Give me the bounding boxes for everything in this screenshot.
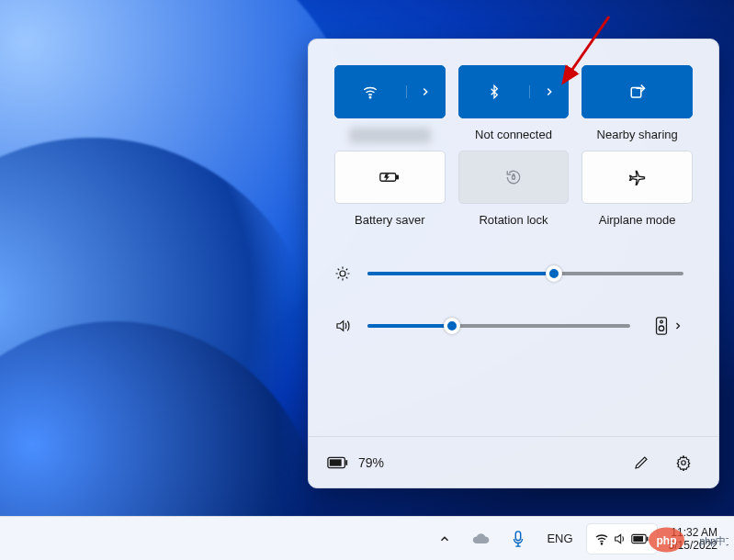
svg-point-7: [661, 320, 663, 323]
language-indicator[interactable]: ENG: [539, 532, 580, 545]
bluetooth-expand[interactable]: [529, 85, 568, 98]
svg-rect-1: [631, 88, 641, 98]
svg-rect-11: [345, 460, 347, 465]
airplane-mode-label: Airplane mode: [599, 213, 676, 227]
svg-point-12: [682, 460, 686, 465]
wifi-label: Available: [349, 128, 431, 143]
edit-button[interactable]: [625, 446, 658, 479]
chevron-right-icon[interactable]: [672, 320, 683, 331]
svg-rect-10: [330, 459, 342, 465]
bluetooth-icon: [487, 83, 502, 101]
svg-rect-18: [647, 536, 649, 541]
quick-settings-footer: 79%: [309, 436, 718, 487]
volume-slider[interactable]: [367, 319, 630, 333]
rotation-lock-tile: [458, 151, 570, 204]
settings-button[interactable]: [667, 446, 700, 479]
chevron-right-icon: [543, 85, 556, 98]
gear-icon: [675, 454, 692, 471]
chevron-right-icon: [419, 85, 432, 98]
battery-icon: [327, 456, 349, 469]
clock-time: 11:32 AM: [671, 526, 717, 539]
battery-saver-tile[interactable]: [334, 151, 446, 204]
quick-settings-tiles: Available Not connected: [309, 39, 718, 249]
weather-tray-icon[interactable]: [466, 523, 497, 554]
microphone-icon: [512, 531, 525, 547]
tray-overflow-button[interactable]: [429, 523, 460, 554]
wifi-tile[interactable]: [334, 65, 446, 118]
battery-saver-label: Battery saver: [355, 213, 425, 227]
svg-point-8: [659, 326, 663, 330]
volume-icon: [613, 532, 627, 545]
taskbar-clock[interactable]: 11:32 AM 5/15/2022: [663, 526, 723, 552]
svg-rect-17: [633, 535, 643, 541]
svg-rect-4: [512, 176, 514, 180]
airplane-mode-tile[interactable]: [582, 151, 693, 204]
wifi-expand[interactable]: [406, 85, 445, 98]
clock-date: 5/15/2022: [669, 539, 717, 552]
battery-icon: [631, 533, 649, 544]
airplane-icon: [628, 168, 647, 186]
bluetooth-tile[interactable]: [458, 65, 570, 118]
nearby-sharing-label: Nearby sharing: [597, 128, 678, 141]
pencil-icon: [633, 454, 649, 471]
brightness-slider[interactable]: [367, 266, 683, 281]
chevron-up-icon: [438, 532, 451, 545]
svg-point-0: [370, 96, 372, 98]
svg-point-5: [340, 271, 345, 276]
bluetooth-toggle[interactable]: [459, 83, 530, 101]
battery-percent[interactable]: 79%: [358, 455, 384, 470]
cloud-icon: [472, 532, 491, 545]
svg-point-15: [601, 543, 602, 543]
nearby-sharing-tile[interactable]: [582, 65, 693, 118]
brightness-icon: [334, 265, 351, 282]
microphone-tray-icon[interactable]: [503, 523, 534, 554]
taskbar: ENG 11:32 AM 5/15/2022: [0, 516, 734, 560]
wifi-toggle[interactable]: [335, 84, 406, 100]
rotation-lock-icon: [505, 169, 522, 185]
sliders-section: [309, 249, 718, 344]
system-tray[interactable]: [586, 523, 658, 554]
share-icon: [629, 84, 646, 100]
audio-output-button[interactable]: [654, 317, 669, 335]
wifi-icon: [594, 532, 609, 545]
battery-saver-icon: [379, 170, 400, 185]
rotation-lock-label: Rotation lock: [479, 213, 548, 227]
volume-icon: [334, 318, 351, 334]
bluetooth-label: Not connected: [475, 128, 552, 141]
wifi-icon: [362, 84, 378, 100]
svg-rect-14: [516, 531, 521, 540]
quick-settings-panel: Available Not connected: [308, 39, 719, 488]
svg-rect-3: [397, 175, 399, 178]
